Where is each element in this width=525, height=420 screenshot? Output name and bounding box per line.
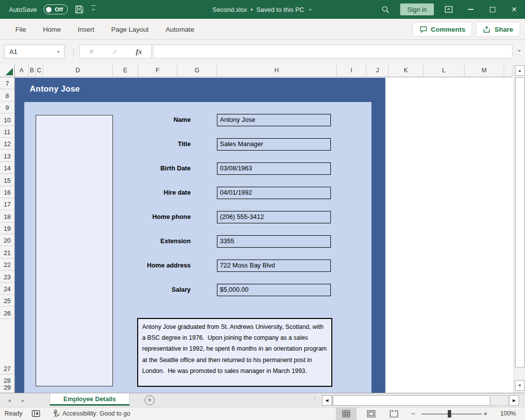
field-input-home-address[interactable]: 722 Moss Bay Blvd bbox=[217, 260, 331, 272]
row-header-22[interactable]: 22 bbox=[0, 259, 14, 270]
ribbon-display-options-icon[interactable] bbox=[438, 0, 460, 19]
zoom-in-icon[interactable]: + bbox=[483, 410, 487, 418]
column-header-d[interactable]: D bbox=[43, 64, 113, 77]
tab-home[interactable]: Home bbox=[35, 19, 69, 40]
zoom-slider-thumb[interactable] bbox=[448, 410, 451, 418]
minimize-button[interactable] bbox=[460, 0, 481, 19]
select-all-button[interactable] bbox=[0, 64, 15, 77]
row-header-12[interactable]: 12 bbox=[0, 138, 14, 150]
tab-file[interactable]: File bbox=[7, 19, 35, 40]
formula-bar-handle[interactable]: ⋮ bbox=[70, 45, 77, 58]
field-input-home-phone[interactable]: (206) 555-3412 bbox=[217, 211, 331, 223]
tab-page-layout[interactable]: Page Layout bbox=[103, 19, 158, 40]
normal-view-button[interactable] bbox=[336, 408, 357, 420]
row-header-21[interactable]: 21 bbox=[0, 246, 14, 258]
row-header-14[interactable]: 14 bbox=[0, 162, 14, 174]
row-header-7[interactable]: 7 bbox=[0, 77, 14, 89]
sheet-tab-employee-details[interactable]: Employee Details bbox=[50, 393, 130, 406]
quick-access-chevron-icon[interactable]: ⌄ bbox=[91, 4, 96, 12]
page-layout-view-button[interactable] bbox=[361, 408, 381, 420]
macro-record-icon[interactable] bbox=[32, 410, 40, 417]
column-header-m[interactable]: M bbox=[465, 64, 504, 77]
row-header-20[interactable]: 20 bbox=[0, 234, 14, 246]
insert-function-icon[interactable]: fx bbox=[136, 48, 142, 56]
column-header-c[interactable]: C bbox=[36, 64, 43, 77]
autosave-label: AutoSave bbox=[9, 6, 37, 13]
row-header-27[interactable]: 27 bbox=[0, 319, 14, 374]
sheet-nav-left-icon[interactable]: ◂ bbox=[8, 397, 11, 404]
enter-icon[interactable]: ✓ bbox=[112, 48, 118, 55]
sheet-canvas[interactable]: Antony Jose NameAntony JoseTitleSales Ma… bbox=[15, 77, 514, 393]
field-input-extension[interactable]: 3355 bbox=[217, 235, 331, 248]
scroll-down-icon[interactable]: ▼ bbox=[515, 380, 525, 391]
grid-view-icon bbox=[342, 410, 350, 418]
cancel-icon[interactable]: ✕ bbox=[89, 48, 94, 55]
scroll-right-icon[interactable]: ▶ bbox=[509, 395, 519, 406]
name-box-caret-icon[interactable]: ▾ bbox=[57, 50, 64, 54]
field-input-birth-date[interactable]: 03/08/1963 bbox=[217, 162, 331, 175]
search-icon[interactable] bbox=[374, 0, 396, 19]
field-input-salary[interactable]: $5,000.00 bbox=[217, 284, 331, 296]
row-header-16[interactable]: 16 bbox=[0, 186, 14, 198]
column-header-h[interactable]: H bbox=[217, 64, 337, 77]
field-input-name[interactable]: Antony Jose bbox=[217, 114, 331, 126]
row-header-24[interactable]: 24 bbox=[0, 283, 14, 295]
column-header-l[interactable]: L bbox=[423, 64, 465, 77]
row-header-11[interactable]: 11 bbox=[0, 126, 14, 138]
share-button[interactable]: Share bbox=[476, 22, 520, 37]
formula-input[interactable] bbox=[153, 45, 513, 58]
row-header-9[interactable]: 9 bbox=[0, 102, 14, 113]
row-header-18[interactable]: 18 bbox=[0, 210, 14, 222]
column-header-g[interactable]: G bbox=[177, 64, 217, 77]
scroll-left-icon[interactable]: ◀ bbox=[322, 395, 332, 406]
field-input-hire-date[interactable]: 04/01/1992 bbox=[217, 187, 331, 199]
horizontal-scrollbar[interactable] bbox=[332, 395, 509, 406]
tab-insert[interactable]: Insert bbox=[69, 19, 103, 40]
vertical-scrollbar[interactable]: ▲ ▼ bbox=[514, 64, 525, 393]
close-button[interactable]: ✕ bbox=[503, 0, 525, 19]
zoom-out-icon[interactable]: − bbox=[411, 410, 415, 418]
field-label-extension: Extension bbox=[99, 237, 191, 245]
column-header-i[interactable]: I bbox=[337, 64, 367, 77]
row-header-26[interactable]: 26 bbox=[0, 307, 14, 318]
row-header-23[interactable]: 23 bbox=[0, 270, 14, 282]
page-break-view-button[interactable] bbox=[383, 408, 404, 420]
row-header-19[interactable]: 19 bbox=[0, 222, 14, 234]
row-header-25[interactable]: 25 bbox=[0, 295, 14, 307]
row-header-8[interactable]: 8 bbox=[0, 89, 14, 101]
row-header-15[interactable]: 15 bbox=[0, 174, 14, 186]
field-label-name: Name bbox=[99, 116, 191, 123]
row-header-17[interactable]: 17 bbox=[0, 198, 14, 210]
field-label-hire-date: Hire date bbox=[99, 189, 191, 196]
column-header-k[interactable]: K bbox=[389, 64, 423, 77]
name-box[interactable]: A1 ▾ bbox=[4, 45, 64, 58]
field-input-title[interactable]: Sales Manager bbox=[217, 138, 331, 151]
accessibility-person-icon bbox=[52, 410, 59, 418]
formula-bar-expand-icon[interactable]: ⌄ bbox=[517, 46, 522, 53]
column-header-b[interactable]: B bbox=[29, 64, 36, 77]
new-sheet-button[interactable]: + bbox=[145, 395, 155, 405]
sign-in-button[interactable]: Sign in bbox=[400, 3, 434, 15]
bio-text-box[interactable]: Antony Jose graduated from St. Andrews U… bbox=[137, 318, 332, 387]
tabbar-resize-handle[interactable]: ⋮ bbox=[312, 395, 318, 403]
accessibility-status[interactable]: Accessibility: Good to go bbox=[52, 410, 130, 418]
row-header-10[interactable]: 10 bbox=[0, 113, 14, 125]
sheet-nav-right-icon[interactable]: ▸ bbox=[22, 397, 25, 404]
comments-button[interactable]: Comments bbox=[413, 22, 472, 37]
save-icon[interactable] bbox=[75, 5, 84, 14]
column-header-partial[interactable] bbox=[504, 64, 513, 77]
maximize-button[interactable] bbox=[481, 0, 503, 19]
horizontal-scroll-thumb[interactable] bbox=[333, 395, 490, 406]
column-header-f[interactable]: F bbox=[138, 64, 177, 77]
row-header-29[interactable]: 29 bbox=[0, 386, 14, 393]
row-header-13[interactable]: 13 bbox=[0, 150, 14, 161]
vertical-scroll-thumb[interactable] bbox=[515, 77, 525, 368]
zoom-level[interactable]: 100% bbox=[494, 410, 516, 417]
scroll-up-icon[interactable]: ▲ bbox=[515, 65, 525, 76]
tab-automate[interactable]: Automate bbox=[157, 19, 203, 40]
column-header-j[interactable]: J bbox=[367, 64, 389, 77]
zoom-slider-track[interactable] bbox=[421, 414, 482, 415]
column-header-e[interactable]: E bbox=[113, 64, 138, 77]
autosave-toggle[interactable]: Off bbox=[44, 4, 68, 14]
column-header-a[interactable]: A bbox=[15, 64, 29, 77]
